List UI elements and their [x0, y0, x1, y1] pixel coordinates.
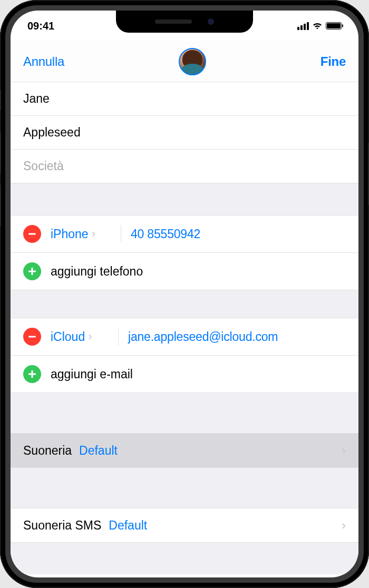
divider: [121, 225, 121, 243]
texttone-label: Suoneria SMS: [23, 518, 101, 533]
screen: 09:41 Annulla Fine Jane Appleseed: [11, 11, 358, 577]
company-placeholder: Società: [23, 159, 64, 173]
email-type-selector[interactable]: iCloud ›: [51, 330, 109, 344]
speaker-grille: [155, 19, 192, 24]
cellular-signal-icon: [297, 22, 309, 30]
minus-icon: [27, 332, 37, 341]
texttone-value: Default: [109, 518, 334, 533]
ringtone-row[interactable]: Suoneria Default ›: [11, 433, 358, 468]
ringtone-value: Default: [79, 444, 334, 458]
delete-email-button[interactable]: [23, 328, 41, 346]
minus-icon: [27, 229, 37, 239]
content-area: Jane Appleseed Società iPhone › 40 85550…: [11, 82, 358, 574]
email-type-label: iCloud: [51, 330, 85, 344]
nav-header: Annulla Fine: [11, 41, 358, 82]
battery-icon: [326, 22, 342, 30]
first-name-value: Jane: [23, 92, 50, 105]
phone-number-field[interactable]: 40 85550942: [131, 227, 200, 241]
delete-phone-button[interactable]: [23, 225, 41, 243]
contact-avatar[interactable]: [179, 48, 206, 75]
add-email-label: aggiungi e-mail: [51, 367, 133, 381]
texttone-row[interactable]: Suoneria SMS Default ›: [11, 508, 358, 543]
device-frame: 09:41 Annulla Fine Jane Appleseed: [0, 0, 369, 588]
plus-icon: [27, 369, 37, 379]
volume-down-button: [0, 184, 1, 227]
volume-up-button: [0, 132, 1, 174]
chevron-right-icon: ›: [88, 330, 92, 344]
plus-icon: [27, 267, 37, 276]
chevron-right-icon: ›: [342, 443, 346, 458]
cancel-button[interactable]: Annulla: [23, 54, 64, 69]
mute-switch: [0, 90, 1, 111]
email-entry-row[interactable]: iCloud › jane.appleseed@icloud.com: [11, 318, 358, 356]
done-button[interactable]: Fine: [321, 54, 346, 69]
svg-rect-0: [28, 233, 36, 235]
section-gap: [11, 290, 358, 318]
chevron-right-icon: ›: [92, 227, 95, 241]
add-email-row[interactable]: aggiungi e-mail: [11, 356, 358, 393]
phone-type-selector[interactable]: iPhone ›: [51, 227, 111, 241]
section-gap: [11, 543, 358, 574]
company-field[interactable]: Società: [11, 150, 358, 183]
wifi-icon: [312, 22, 323, 30]
phone-type-label: iPhone: [51, 227, 89, 241]
section-gap: [11, 468, 358, 508]
status-time: 09:41: [27, 20, 80, 32]
add-phone-button[interactable]: [23, 262, 41, 280]
ringtone-label: Suoneria: [23, 444, 72, 458]
divider: [118, 328, 119, 346]
add-phone-label: aggiungi telefono: [51, 264, 143, 279]
last-name-value: Appleseed: [23, 125, 81, 139]
phone-entry-row[interactable]: iPhone › 40 85550942: [11, 215, 358, 253]
notch: [116, 11, 253, 33]
chevron-right-icon: ›: [342, 518, 346, 533]
add-email-button[interactable]: [23, 365, 41, 383]
front-camera: [208, 18, 214, 25]
section-gap: [11, 393, 358, 433]
first-name-field[interactable]: Jane: [11, 82, 358, 116]
section-gap: [11, 183, 358, 215]
last-name-field[interactable]: Appleseed: [11, 116, 358, 150]
email-address-field[interactable]: jane.appleseed@icloud.com: [128, 330, 278, 344]
add-phone-row[interactable]: aggiungi telefono: [11, 253, 358, 290]
svg-rect-1: [28, 336, 36, 338]
